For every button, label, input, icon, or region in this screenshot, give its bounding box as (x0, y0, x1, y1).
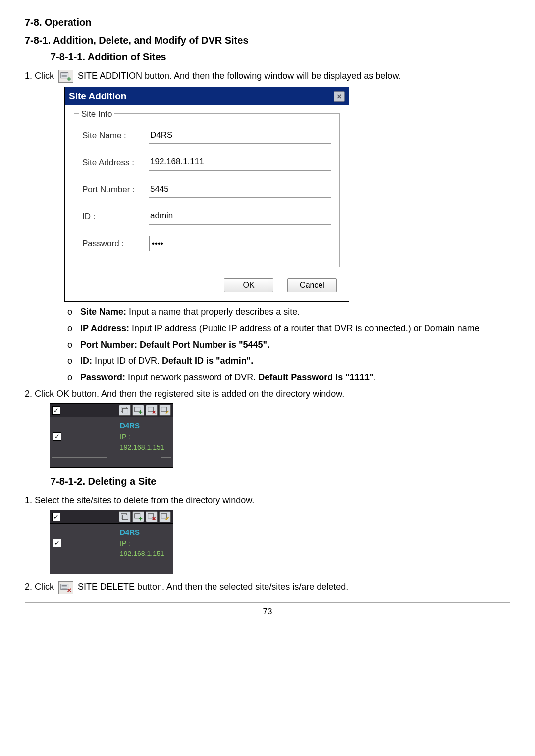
fieldset-legend: Site Info (79, 108, 114, 121)
list-item: oIP Address: Input IP address (Public IP… (67, 322, 510, 335)
field-description-list: oSite Name: Input a name that properly d… (67, 305, 510, 384)
site-edit-icon[interactable] (159, 511, 171, 522)
svg-rect-14 (161, 407, 167, 412)
site-info-fieldset: Site Info Site Name : D4RS Site Address … (74, 113, 340, 268)
site-name-bold: Site Name: (80, 307, 126, 317)
step-1-text: 1. Click SITE ADDITION button. And then … (25, 69, 510, 83)
site-delete-icon[interactable] (146, 405, 158, 416)
site-copy-icon[interactable] (119, 405, 131, 416)
list-item: oPort Number: Default Port Number is "54… (67, 338, 510, 352)
delete-step2-suffix: SITE DELETE button. And then the selecte… (78, 582, 348, 592)
ip-address-bold: IP Address: (80, 323, 129, 333)
page-number: 73 (25, 602, 510, 619)
select-all-checkbox[interactable]: ✓ (52, 513, 60, 521)
cancel-button[interactable]: Cancel (287, 278, 337, 292)
site-add-icon[interactable] (132, 405, 144, 416)
port-number-label: Port Number : (82, 183, 149, 196)
id-bold: ID: (80, 356, 92, 366)
port-number-input[interactable]: 5445 (149, 182, 331, 198)
site-delete-toolbar-icon (58, 581, 73, 594)
delete-step-2: 2. Click SITE DELETE button. And then th… (25, 580, 510, 594)
step-2-text: 2. Click OK button. And then the registe… (25, 387, 510, 401)
site-edit-icon[interactable] (159, 405, 171, 416)
directory-site-row[interactable]: ✓ D4RS IP : 192.168.1.151 (52, 419, 171, 458)
port-number-default: Default Port Number is "5445". (140, 340, 269, 350)
dialog-titlebar: Site Addition × (65, 87, 349, 105)
heading-addition-of-sites: 7-8-1-1. Addition of Sites (51, 50, 510, 64)
id-default: Default ID is "admin". (162, 356, 253, 366)
dialog-title: Site Addition (69, 89, 126, 103)
dir-site-name: D4RS (120, 420, 170, 432)
svg-rect-8 (135, 407, 140, 412)
bullet-circle-icon: o (67, 338, 80, 352)
bullet-circle-icon: o (67, 354, 80, 368)
list-item: oID: Input ID of DVR. Default ID is "adm… (67, 354, 510, 368)
dir-site-ip: IP : 192.168.1.151 (120, 538, 170, 559)
svg-rect-17 (135, 514, 140, 518)
close-icon[interactable]: × (334, 91, 345, 102)
directory-panel-2: ✓ ✓ D4RS IP : 192.168.1.151 (50, 510, 173, 574)
id-input[interactable]: admin (149, 208, 331, 225)
id-label: ID : (82, 210, 149, 223)
bullet-circle-icon: o (67, 322, 80, 335)
site-delete-icon[interactable] (146, 511, 158, 522)
site-address-input[interactable]: 192.168.1.111 (149, 154, 331, 171)
dir-site-name: D4RS (120, 527, 170, 538)
dialog-buttons: OK Cancel (65, 269, 349, 301)
password-default: Default Password is "1111". (258, 372, 376, 382)
svg-rect-7 (122, 409, 128, 413)
step1-suffix: SITE ADDITION button. And then the follo… (78, 71, 401, 81)
dir-site-ip: IP : 192.168.1.151 (120, 432, 170, 453)
directory-header: ✓ (50, 510, 173, 524)
ip-address-desc: Input IP address (Public IP address of a… (129, 323, 480, 333)
delete-step-1: 1. Select the site/sites to delete from … (25, 494, 510, 507)
step1-prefix: 1. Click (25, 71, 56, 81)
site-address-label: Site Address : (82, 156, 149, 169)
site-addition-dialog: Site Addition × Site Info Site Name : D4… (64, 87, 349, 302)
port-number-bold: Port Number: (80, 340, 140, 350)
password-bold: Password: (80, 372, 125, 382)
ok-button[interactable]: OK (224, 278, 273, 292)
site-add-icon[interactable] (132, 511, 144, 522)
password-label: Password : (82, 237, 149, 250)
heading-deleting-a-site: 7-8-1-2. Deleting a Site (51, 474, 510, 489)
bullet-circle-icon: o (67, 305, 80, 319)
directory-site-row[interactable]: ✓ D4RS IP : 192.168.1.151 (52, 526, 171, 564)
svg-rect-23 (161, 514, 167, 518)
site-addition-icon (58, 70, 73, 83)
id-desc: Input ID of DVR. (92, 356, 162, 366)
site-name-label: Site Name : (82, 129, 149, 142)
heading-operation: 7-8. Operation (25, 15, 510, 30)
bullet-circle-icon: o (67, 371, 80, 384)
delete-step2-prefix: 2. Click (25, 582, 56, 592)
list-item: oSite Name: Input a name that properly d… (67, 305, 510, 319)
site-name-input[interactable]: D4RS (149, 128, 331, 144)
site-checkbox[interactable]: ✓ (53, 432, 61, 441)
site-checkbox[interactable]: ✓ (53, 539, 61, 547)
password-desc: Input network password of DVR. (125, 372, 258, 382)
directory-panel-1: ✓ ✓ D4RS IP : 192.168.1.151 (50, 403, 173, 468)
site-name-desc: Input a name that properly describes a s… (126, 307, 300, 317)
svg-rect-16 (122, 515, 128, 520)
directory-header: ✓ (50, 404, 173, 417)
list-item: oPassword: Input network password of DVR… (67, 371, 510, 384)
site-copy-icon[interactable] (119, 511, 131, 522)
heading-add-del-mod: 7-8-1. Addition, Delete, and Modify of D… (25, 33, 510, 48)
password-input[interactable]: •••• (149, 236, 331, 252)
select-all-checkbox[interactable]: ✓ (52, 406, 60, 415)
